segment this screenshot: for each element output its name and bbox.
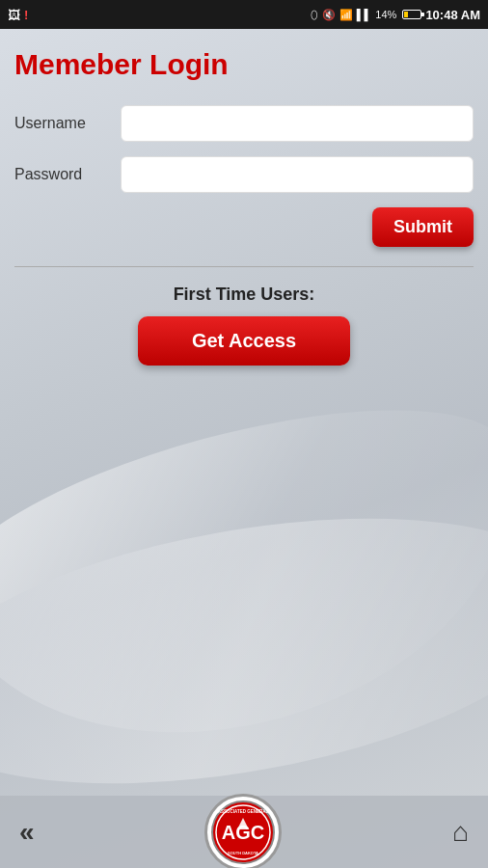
logo-svg: ASSOCIATED GENERAL SOUTH DAKOTA AGC: [209, 799, 277, 866]
clock: 10:48 AM: [425, 8, 480, 22]
first-time-label: First Time Users:: [174, 285, 315, 305]
password-row: Password: [14, 156, 474, 193]
username-input[interactable]: [121, 105, 474, 142]
get-access-button[interactable]: Get Access: [138, 316, 350, 366]
logo: ASSOCIATED GENERAL SOUTH DAKOTA AGC: [204, 794, 282, 869]
wifi-icon: 📶: [339, 9, 353, 21]
back-button[interactable]: «: [19, 817, 35, 848]
alert-icon: !: [24, 8, 28, 22]
svg-text:ASSOCIATED GENERAL: ASSOCIATED GENERAL: [218, 809, 269, 814]
password-input[interactable]: [121, 156, 474, 193]
status-right-icons: ⬯ 🔇 📶 ▌▌ 14% 10:48 AM: [311, 8, 480, 22]
bottom-nav: « ASSOCIATED GENERAL SOUTH DAKOTA AGC ⌂: [0, 796, 488, 868]
status-bar: 🖼 ! ⬯ 🔇 📶 ▌▌ 14% 10:48 AM: [0, 0, 488, 29]
submit-row: Submit: [14, 207, 474, 261]
signal-icon: ▌▌: [357, 9, 372, 20]
battery-icon: [402, 10, 421, 19]
divider: [14, 266, 474, 267]
status-left-icons: 🖼 !: [8, 8, 28, 22]
svg-text:SOUTH DAKOTA: SOUTH DAKOTA: [228, 851, 258, 855]
image-icon: 🖼: [8, 8, 20, 22]
username-row: Username: [14, 105, 474, 142]
home-button[interactable]: ⌂: [452, 817, 469, 848]
main-content: Memeber Login Username Password Submit F…: [0, 29, 488, 868]
mute-icon: 🔇: [322, 9, 336, 21]
page-title: Memeber Login: [14, 48, 474, 81]
bluetooth-icon: ⬯: [311, 8, 318, 21]
battery-level: 14%: [375, 9, 396, 20]
password-label: Password: [14, 166, 121, 183]
submit-button[interactable]: Submit: [372, 207, 474, 247]
first-time-section: First Time Users: Get Access: [14, 285, 474, 366]
username-label: Username: [14, 115, 121, 132]
